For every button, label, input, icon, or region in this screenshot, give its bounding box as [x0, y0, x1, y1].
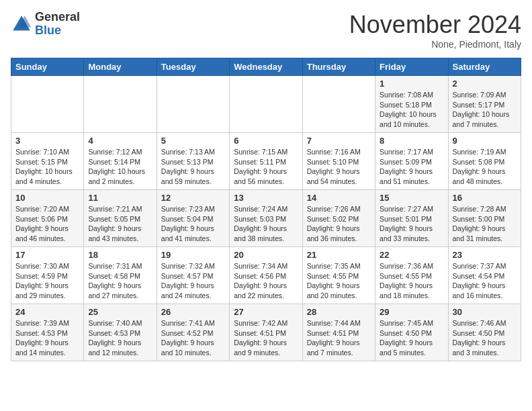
day-info: Sunrise: 7:17 AM Sunset: 5:09 PM Dayligh… — [380, 147, 443, 187]
logo-icon — [11, 13, 32, 35]
title-block: November 2024 None, Piedmont, Italy — [349, 11, 521, 50]
day-info: Sunrise: 7:27 AM Sunset: 5:01 PM Dayligh… — [380, 204, 443, 244]
location-subtitle: None, Piedmont, Italy — [349, 39, 521, 50]
calendar-cell: 4Sunrise: 7:12 AM Sunset: 5:14 PM Daylig… — [84, 133, 157, 190]
calendar-cell: 27Sunrise: 7:42 AM Sunset: 4:51 PM Dayli… — [230, 304, 302, 361]
calendar-table: SundayMondayTuesdayWednesdayThursdayFrid… — [11, 58, 521, 361]
column-header-wednesday: Wednesday — [230, 58, 302, 76]
day-info: Sunrise: 7:37 AM Sunset: 4:54 PM Dayligh… — [453, 261, 517, 301]
calendar-cell: 30Sunrise: 7:46 AM Sunset: 4:50 PM Dayli… — [448, 304, 521, 361]
day-number: 7 — [307, 136, 371, 146]
day-number: 11 — [88, 193, 152, 203]
day-info: Sunrise: 7:13 AM Sunset: 5:13 PM Dayligh… — [161, 147, 225, 187]
calendar-cell: 5Sunrise: 7:13 AM Sunset: 5:13 PM Daylig… — [157, 133, 229, 190]
column-header-friday: Friday — [375, 58, 448, 76]
day-number: 21 — [307, 250, 371, 260]
day-number: 8 — [380, 136, 443, 146]
day-number: 25 — [88, 307, 152, 317]
calendar-week-row: 1Sunrise: 7:08 AM Sunset: 5:18 PM Daylig… — [11, 76, 521, 133]
calendar-cell: 11Sunrise: 7:21 AM Sunset: 5:05 PM Dayli… — [84, 190, 157, 247]
day-info: Sunrise: 7:19 AM Sunset: 5:08 PM Dayligh… — [453, 147, 517, 187]
day-info: Sunrise: 7:35 AM Sunset: 4:55 PM Dayligh… — [307, 261, 371, 301]
calendar-cell — [84, 76, 157, 133]
calendar-week-row: 3Sunrise: 7:10 AM Sunset: 5:15 PM Daylig… — [11, 133, 521, 190]
day-info: Sunrise: 7:23 AM Sunset: 5:04 PM Dayligh… — [161, 204, 225, 244]
day-number: 19 — [161, 250, 225, 260]
calendar-cell: 19Sunrise: 7:32 AM Sunset: 4:57 PM Dayli… — [157, 247, 229, 304]
calendar-cell: 15Sunrise: 7:27 AM Sunset: 5:01 PM Dayli… — [375, 190, 448, 247]
calendar-cell: 17Sunrise: 7:30 AM Sunset: 4:59 PM Dayli… — [11, 247, 84, 304]
calendar-cell: 2Sunrise: 7:09 AM Sunset: 5:17 PM Daylig… — [448, 76, 521, 133]
day-number: 5 — [161, 136, 225, 146]
day-number: 13 — [234, 193, 298, 203]
day-info: Sunrise: 7:09 AM Sunset: 5:17 PM Dayligh… — [453, 90, 517, 130]
column-header-monday: Monday — [84, 58, 157, 76]
day-info: Sunrise: 7:21 AM Sunset: 5:05 PM Dayligh… — [88, 204, 152, 244]
day-info: Sunrise: 7:36 AM Sunset: 4:55 PM Dayligh… — [380, 261, 443, 301]
day-info: Sunrise: 7:12 AM Sunset: 5:14 PM Dayligh… — [88, 147, 152, 187]
day-info: Sunrise: 7:40 AM Sunset: 4:53 PM Dayligh… — [88, 318, 152, 358]
calendar-cell: 6Sunrise: 7:15 AM Sunset: 5:11 PM Daylig… — [230, 133, 302, 190]
day-number: 4 — [88, 136, 152, 146]
day-number: 1 — [380, 79, 443, 89]
calendar-cell: 1Sunrise: 7:08 AM Sunset: 5:18 PM Daylig… — [375, 76, 448, 133]
day-number: 22 — [380, 250, 443, 260]
calendar-cell: 24Sunrise: 7:39 AM Sunset: 4:53 PM Dayli… — [11, 304, 84, 361]
day-number: 6 — [234, 136, 298, 146]
column-header-saturday: Saturday — [448, 58, 521, 76]
day-number: 30 — [453, 307, 517, 317]
day-info: Sunrise: 7:44 AM Sunset: 4:51 PM Dayligh… — [307, 318, 371, 358]
day-number: 16 — [453, 193, 517, 203]
day-number: 10 — [15, 193, 79, 203]
day-info: Sunrise: 7:42 AM Sunset: 4:51 PM Dayligh… — [234, 318, 298, 358]
column-header-sunday: Sunday — [11, 58, 84, 76]
calendar-cell — [302, 76, 375, 133]
day-info: Sunrise: 7:26 AM Sunset: 5:02 PM Dayligh… — [307, 204, 371, 244]
column-header-tuesday: Tuesday — [157, 58, 229, 76]
day-number: 14 — [307, 193, 371, 203]
calendar-week-row: 24Sunrise: 7:39 AM Sunset: 4:53 PM Dayli… — [11, 304, 521, 361]
calendar-cell: 18Sunrise: 7:31 AM Sunset: 4:58 PM Dayli… — [84, 247, 157, 304]
day-info: Sunrise: 7:28 AM Sunset: 5:00 PM Dayligh… — [453, 204, 517, 244]
calendar-cell: 25Sunrise: 7:40 AM Sunset: 4:53 PM Dayli… — [84, 304, 157, 361]
logo-general-text: General — [35, 11, 80, 24]
logo-blue-text: Blue — [35, 24, 80, 38]
day-info: Sunrise: 7:08 AM Sunset: 5:18 PM Dayligh… — [380, 90, 443, 130]
day-info: Sunrise: 7:30 AM Sunset: 4:59 PM Dayligh… — [15, 261, 79, 301]
day-info: Sunrise: 7:46 AM Sunset: 4:50 PM Dayligh… — [453, 318, 517, 358]
day-number: 20 — [234, 250, 298, 260]
logo: General Blue — [11, 11, 80, 38]
day-info: Sunrise: 7:24 AM Sunset: 5:03 PM Dayligh… — [234, 204, 298, 244]
calendar-cell: 28Sunrise: 7:44 AM Sunset: 4:51 PM Dayli… — [302, 304, 375, 361]
calendar-cell: 20Sunrise: 7:34 AM Sunset: 4:56 PM Dayli… — [230, 247, 302, 304]
day-number: 27 — [234, 307, 298, 317]
calendar-cell: 14Sunrise: 7:26 AM Sunset: 5:02 PM Dayli… — [302, 190, 375, 247]
day-number: 24 — [15, 307, 79, 317]
day-number: 26 — [161, 307, 225, 317]
day-number: 23 — [453, 250, 517, 260]
calendar-week-row: 17Sunrise: 7:30 AM Sunset: 4:59 PM Dayli… — [11, 247, 521, 304]
day-info: Sunrise: 7:16 AM Sunset: 5:10 PM Dayligh… — [307, 147, 371, 187]
day-info: Sunrise: 7:39 AM Sunset: 4:53 PM Dayligh… — [15, 318, 79, 358]
calendar-cell — [157, 76, 229, 133]
day-info: Sunrise: 7:32 AM Sunset: 4:57 PM Dayligh… — [161, 261, 225, 301]
day-info: Sunrise: 7:45 AM Sunset: 4:50 PM Dayligh… — [380, 318, 443, 358]
day-number: 28 — [307, 307, 371, 317]
day-number: 29 — [380, 307, 443, 317]
calendar-cell: 3Sunrise: 7:10 AM Sunset: 5:15 PM Daylig… — [11, 133, 84, 190]
month-title: November 2024 — [349, 11, 521, 39]
calendar-cell: 10Sunrise: 7:20 AM Sunset: 5:06 PM Dayli… — [11, 190, 84, 247]
day-number: 9 — [453, 136, 517, 146]
calendar-cell: 16Sunrise: 7:28 AM Sunset: 5:00 PM Dayli… — [448, 190, 521, 247]
day-number: 17 — [15, 250, 79, 260]
day-info: Sunrise: 7:31 AM Sunset: 4:58 PM Dayligh… — [88, 261, 152, 301]
column-header-thursday: Thursday — [302, 58, 375, 76]
calendar-cell: 21Sunrise: 7:35 AM Sunset: 4:55 PM Dayli… — [302, 247, 375, 304]
page-header: General Blue November 2024 None, Piedmon… — [11, 11, 521, 50]
day-info: Sunrise: 7:10 AM Sunset: 5:15 PM Dayligh… — [15, 147, 79, 187]
calendar-cell: 8Sunrise: 7:17 AM Sunset: 5:09 PM Daylig… — [375, 133, 448, 190]
day-info: Sunrise: 7:20 AM Sunset: 5:06 PM Dayligh… — [15, 204, 79, 244]
calendar-cell — [11, 76, 84, 133]
calendar-cell — [230, 76, 302, 133]
day-number: 15 — [380, 193, 443, 203]
